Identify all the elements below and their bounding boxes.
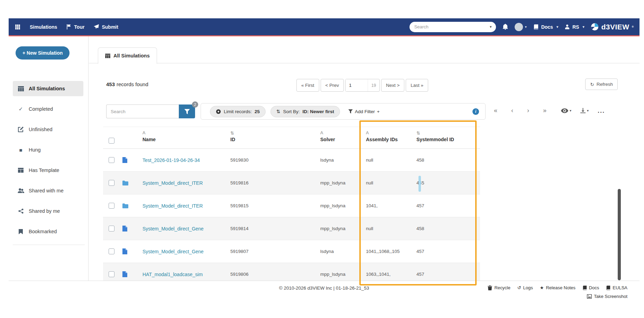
filter-pills-container: Limit records: 25 ⇅ Sort By: ID: Newer f… (201, 103, 486, 120)
vertical-scrollbar-thumb[interactable] (618, 189, 621, 280)
sidebar-item-shared-by-me[interactable]: Shared by me (13, 203, 83, 219)
assembly-ids-cell: 1041, (366, 203, 416, 208)
col-header-id[interactable]: ⇅ID (230, 127, 320, 148)
limit-records-pill[interactable]: Limit records: 25 (210, 106, 266, 117)
column-visibility-button[interactable]: ▾ (561, 108, 571, 113)
simulation-name-link[interactable]: Test_2026-01-19-04-26-34 (142, 157, 200, 163)
trash-icon (488, 285, 492, 290)
sidebar-item-bookmarked[interactable]: Bookmarked (13, 224, 83, 239)
sidebar-item-completed[interactable]: ✓ Completed (13, 101, 83, 117)
simulation-name-link[interactable]: System_Model_direct_ITER (142, 180, 203, 186)
table-row[interactable]: System_Model_direct_ITER 5919815 mpp_lsd… (103, 194, 480, 217)
mini-pager-first-icon[interactable]: « (494, 107, 497, 114)
file-icon (122, 271, 127, 277)
tab-all-simulations[interactable]: All Simulations (98, 47, 157, 64)
last-page-button[interactable]: Last » (406, 79, 428, 92)
row-checkbox[interactable] (109, 271, 114, 277)
table-row[interactable]: HAT_modal1_loadcase_sim 5919806 mpp_lsdy… (103, 263, 480, 281)
row-checkbox[interactable] (109, 180, 114, 186)
mini-pager-last-icon[interactable]: » (543, 107, 546, 114)
sidebar-item-shared-with-me[interactable]: Shared with me (13, 183, 83, 198)
recycle-link[interactable]: Recycle (488, 285, 510, 290)
brand-logo[interactable]: d3VIEW® (591, 23, 634, 31)
new-simulation-button[interactable]: + New Simulation (16, 46, 70, 60)
search-caret-icon[interactable]: ▾ (490, 25, 492, 29)
limit-label: Limit records: (224, 109, 252, 114)
cell-mini-scrollbar[interactable] (418, 176, 421, 192)
simulation-name-link[interactable]: HAT_modal1_loadcase_sim (142, 272, 203, 277)
eulsa-link[interactable]: EULSA (606, 285, 627, 290)
simulation-name-link[interactable]: System_Model_direct_Gene (142, 226, 204, 231)
refresh-button[interactable]: ↻ Refresh (585, 79, 618, 90)
footer-docs-link[interactable]: Docs (582, 285, 599, 290)
file-icon (122, 157, 127, 163)
systemmodel-id-cell: 457 (416, 249, 480, 254)
star-icon: ★ (540, 285, 544, 290)
logs-link[interactable]: ↺ Logs (517, 285, 533, 290)
prev-page-button[interactable]: < Prev (321, 79, 344, 92)
solver-cell: mpp_lsdyna (320, 180, 366, 185)
nav-tour[interactable]: Tour (66, 24, 84, 30)
plus-icon: + (377, 109, 380, 114)
type-header-cell (122, 127, 142, 148)
simulation-name-link[interactable]: System_Model_direct_Gene (142, 249, 204, 254)
release-notes-link[interactable]: ★ Release Notes (540, 285, 576, 290)
page-number-input[interactable] (346, 79, 368, 91)
edit-icon (17, 127, 24, 132)
global-search-input[interactable] (410, 22, 496, 32)
next-page-button[interactable]: Next > (381, 79, 404, 92)
col-header-solver[interactable]: ASolver (320, 127, 366, 148)
row-checkbox[interactable] (109, 248, 114, 254)
nav-user-initials[interactable]: RS ▾ (565, 24, 584, 30)
notifications-bell-icon[interactable] (503, 24, 508, 30)
table-row[interactable]: Test_2026-01-19-04-26-34 5919830 lsdyna … (103, 149, 480, 172)
table-row[interactable]: System_Model_direct_Gene 5919814 mpp_lsd… (103, 217, 480, 240)
left-sidebar: + New Simulation All Simulations ✓ Compl… (9, 36, 89, 281)
mini-pager-next-icon[interactable]: › (527, 107, 529, 114)
person-icon (565, 24, 570, 29)
row-checkbox[interactable] (109, 157, 114, 163)
navbar-left: Simulations Tour Submit (15, 24, 118, 30)
sidebar-item-unfinished[interactable]: Unfinished (13, 122, 83, 137)
main-content: All Simulations 453records found « First… (89, 36, 640, 281)
col-label: Solver (320, 137, 366, 142)
row-select-cell (103, 271, 122, 277)
col-header-systemmodel-id[interactable]: ⇅Systemmodel ID (416, 127, 480, 148)
filter-funnel-button[interactable]: 2 (179, 105, 195, 118)
nav-simulations[interactable]: Simulations (30, 24, 57, 30)
simulation-name-link[interactable]: System_Model_direct_ITER (142, 203, 203, 209)
add-filter-button[interactable]: Add Filter + (348, 109, 380, 114)
sidebar-item-has-template[interactable]: Has Template (13, 163, 83, 178)
info-icon[interactable]: i (472, 108, 479, 115)
row-checkbox[interactable] (109, 226, 114, 231)
col-header-assembly-ids[interactable]: AAssembly IDs (366, 127, 416, 148)
add-filter-label: Add Filter (355, 109, 375, 114)
download-button[interactable]: ▾ (580, 108, 589, 113)
more-options-button[interactable]: ... (598, 109, 605, 112)
col-header-name[interactable]: AName (142, 127, 230, 148)
select-all-checkbox[interactable] (109, 138, 114, 144)
table-search-input[interactable] (106, 105, 179, 118)
nav-docs[interactable]: Docs ▾ (533, 24, 558, 30)
mini-pager-prev-icon[interactable]: ‹ (511, 107, 513, 114)
first-page-button[interactable]: « First (296, 79, 319, 92)
caret-down-icon: ▾ (570, 109, 571, 112)
table-search: 2 (106, 105, 195, 118)
logo-registered-mark: ® (632, 25, 634, 28)
page-input-group: 19 (345, 79, 380, 92)
table-row[interactable]: System_Model_direct_Gene 5919807 lsdyna … (103, 240, 480, 263)
footer-docs-label: Docs (589, 285, 599, 290)
apps-grid-icon[interactable] (15, 24, 20, 30)
sidebar-item-all-simulations[interactable]: All Simulations (13, 81, 83, 96)
logo-text: d3VIEW (601, 23, 629, 31)
user-avatar-menu[interactable]: ▾ (515, 23, 527, 31)
row-checkbox[interactable] (109, 203, 114, 209)
docs-caret-icon: ▾ (556, 25, 558, 29)
sidebar-item-hung[interactable]: ■ Hung (13, 142, 83, 157)
take-screenshot-link[interactable]: Take Screenshot (587, 294, 627, 299)
sort-by-pill[interactable]: ⇅ Sort By: ID: Newer first (270, 106, 340, 117)
row-select-cell (103, 248, 122, 254)
table-icon (17, 86, 24, 91)
nav-submit[interactable]: Submit (94, 24, 118, 30)
table-row[interactable]: System_Model_direct_ITER 5919816 mpp_lsd… (103, 172, 480, 194)
